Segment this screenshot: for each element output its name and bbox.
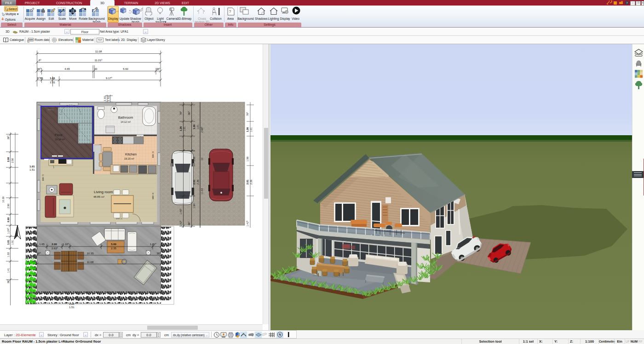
svg-text:36⁵: 36⁵ [7,136,10,139]
svg-text:10.30: 10.30 [2,196,5,203]
svg-text:5.60: 5.60 [123,68,128,70]
svg-text:RDH 75: RDH 75 [48,109,54,111]
svg-text:11.03: 11.03 [201,188,203,194]
svg-text:14.12 m²: 14.12 m² [121,120,131,123]
svg-text:1.59: 1.59 [246,157,249,162]
svg-text:11.01⁵: 11.01⁵ [94,59,103,62]
svg-text:11.08: 11.08 [95,50,102,53]
svg-text:9.17⁵: 9.17⁵ [106,77,113,80]
svg-text:0.90: 0.90 [7,218,10,223]
svg-text:10.35: 10.35 [86,252,94,255]
svg-text:10: 10 [201,158,203,161]
svg-text:11.08: 11.08 [87,261,94,264]
svg-text:1.26: 1.26 [179,126,182,132]
svg-text:2.98⁵: 2.98⁵ [201,127,203,133]
svg-text:2.01: 2.01 [246,180,249,185]
svg-text:48.85 m²: 48.85 m² [93,195,104,198]
svg-text:5.00: 5.00 [111,243,116,246]
svg-text:1.01: 1.01 [29,165,35,168]
svg-text:1.45⁵: 1.45⁵ [179,209,182,215]
svg-text:1.41: 1.41 [7,268,10,273]
svg-text:36⁸: 36⁸ [37,68,41,70]
svg-text:1.51: 1.51 [29,168,35,171]
svg-text:2.00: 2.00 [52,243,57,246]
svg-text:19.20 m²: 19.20 m² [124,157,134,160]
svg-text:1.51: 1.51 [11,240,14,245]
svg-text:Bathroom: Bathroom [118,115,133,120]
svg-text:Living room: Living room [94,190,113,194]
svg-text:2.63⁵: 2.63⁵ [52,247,58,250]
svg-text:1.42⁵: 1.42⁵ [246,221,249,227]
svg-text:2.50: 2.50 [7,204,10,209]
svg-text:30: 30 [94,68,98,70]
svg-text:6⁵83: 6⁵83 [37,77,43,80]
svg-text:xxm: xxm [29,39,33,41]
svg-text:36⁵: 36⁵ [7,280,10,283]
svg-text:36⁸: 36⁸ [36,252,41,255]
svg-text:1.01: 1.01 [7,240,10,245]
svg-text:1.51: 1.51 [69,306,75,309]
svg-text:1.33: 1.33 [7,252,10,258]
svg-text:1.26: 1.26 [246,127,249,132]
svg-text:79⁵: 79⁵ [179,111,182,115]
svg-text:?: ? [626,1,628,5]
svg-text:1.01: 1.01 [104,96,106,101]
svg-text:Floor: Floor [55,133,63,137]
svg-text:BRH 30: BRH 30 [152,192,154,199]
svg-text:BRH 26: BRH 26 [116,218,123,220]
svg-text:1.10⁵: 1.10⁵ [63,243,69,246]
svg-text:36⁵: 36⁵ [188,111,190,115]
svg-text:Kitchen: Kitchen [125,152,137,156]
svg-text:1.32⁵: 1.32⁵ [150,243,157,246]
svg-text:1.51: 1.51 [107,96,110,101]
svg-text:1.01: 1.01 [50,77,55,80]
svg-text:1.94: 1.94 [193,204,196,209]
svg-text:79⁵: 79⁵ [246,112,249,116]
svg-text:2.35: 2.35 [111,247,116,250]
svg-text:6⁵: 6⁵ [39,59,41,62]
svg-text:2.00: 2.00 [7,157,10,162]
svg-text:1.65: 1.65 [39,243,45,246]
svg-text:BRH 75: BRH 75 [42,174,44,181]
svg-text:1.51: 1.51 [50,81,55,84]
svg-text:19.14 m²: 19.14 m² [55,138,65,141]
svg-text:N: N [279,333,281,336]
svg-text:1.42⁵: 1.42⁵ [179,221,182,227]
svg-text:BRH 30: BRH 30 [152,151,154,158]
svg-text:36⁵: 36⁵ [156,252,161,255]
svg-text:2.50: 2.50 [11,158,14,163]
svg-text:1.26: 1.26 [193,125,196,130]
svg-text:4.65: 4.65 [64,68,70,70]
svg-text:36⁵: 36⁵ [156,68,161,70]
svg-text:?: ? [229,9,231,14]
svg-text:1.24⁵: 1.24⁵ [7,228,10,234]
svg-text:TXT: TXT [98,39,102,41]
svg-text:1.01: 1.01 [183,126,186,132]
svg-text:2.26: 2.26 [196,180,199,185]
svg-text:1.01: 1.01 [196,125,199,130]
svg-text:36⁵: 36⁵ [188,222,190,225]
